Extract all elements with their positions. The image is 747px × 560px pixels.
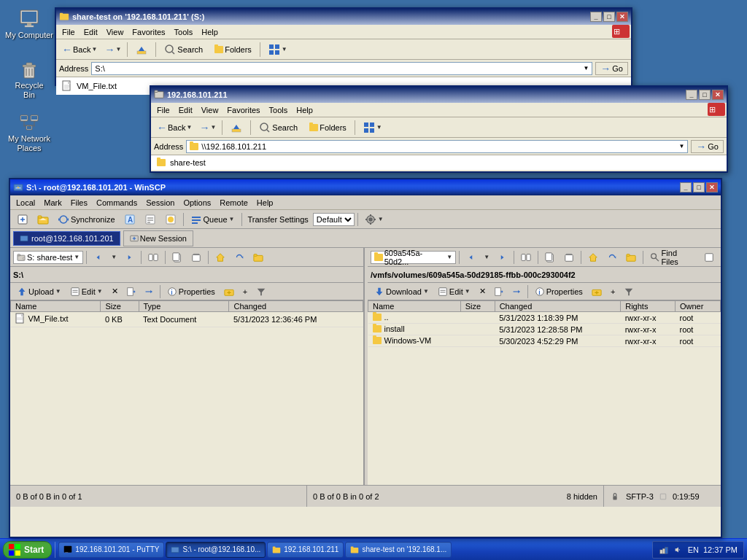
local-new-dir-btn[interactable] xyxy=(220,284,238,299)
local-path-selector[interactable]: S: share-test ▼ xyxy=(13,251,83,264)
session-tab[interactable]: root@192.168.101.201 xyxy=(13,231,120,246)
explorer-2-titlebar[interactable]: 192.168.101.211 _ □ ✕ xyxy=(151,87,727,103)
local-compare-btn[interactable] xyxy=(144,250,162,265)
desktop-icon-my-computer[interactable]: My Computer xyxy=(4,7,55,40)
open-button[interactable] xyxy=(34,212,53,227)
remote-col-rights[interactable]: Rights xyxy=(621,301,676,312)
local-copy-btn[interactable] xyxy=(169,250,186,265)
winscp-close[interactable]: ✕ xyxy=(706,182,718,192)
winscp-menu-remote[interactable]: Remote xyxy=(215,197,252,209)
winscp-menu-options[interactable]: Options xyxy=(179,197,215,209)
back-button[interactable]: ← Back ▼ xyxy=(59,42,100,58)
remote-paste-btn[interactable] xyxy=(560,250,578,265)
menu2-favorites[interactable]: Favorites xyxy=(222,104,264,116)
minimize-button-2[interactable]: _ xyxy=(686,90,697,100)
synchronize-button[interactable]: Synchronize xyxy=(54,212,119,227)
winscp-menu-files[interactable]: Files xyxy=(66,197,92,209)
start-button[interactable]: Start xyxy=(3,541,52,559)
go-button-2[interactable]: → Go xyxy=(691,140,724,153)
local-add-btn[interactable]: + xyxy=(239,284,251,299)
views-button-2[interactable]: ▼ xyxy=(358,120,387,136)
download-button[interactable]: Download ▼ xyxy=(371,284,433,299)
winscp-menu-session[interactable]: Session xyxy=(142,197,179,209)
menu-favorites[interactable]: Favorites xyxy=(128,26,169,38)
remote-col-name[interactable]: Name xyxy=(368,301,461,312)
close-button-2[interactable]: ✕ xyxy=(712,90,724,100)
remote-col-size[interactable]: Size xyxy=(460,301,495,312)
remote-extra-btn[interactable] xyxy=(700,250,718,265)
remote-file-row-1[interactable]: install 5/31/2023 12:28:58 PM rwxr-xr-x … xyxy=(368,324,721,335)
local-col-type[interactable]: Type xyxy=(139,301,229,312)
menu-edit[interactable]: Edit xyxy=(80,26,102,38)
remote-col-owner[interactable]: Owner xyxy=(675,301,720,312)
address-input-1[interactable]: S:\ ▼ xyxy=(91,62,592,75)
maximize-button-2[interactable]: □ xyxy=(699,90,711,100)
winscp-titlebar[interactable]: S:\ - root@192.168.101.201 - WinSCP _ □ … xyxy=(10,179,721,195)
remote-add-btn[interactable]: + xyxy=(607,284,619,299)
local-properties-button[interactable]: i Properties xyxy=(163,284,219,299)
local-dropdown-btn[interactable]: ▼ xyxy=(107,250,120,265)
transfer-settings-select[interactable]: Default xyxy=(313,213,355,226)
local-move-btn[interactable] xyxy=(141,284,157,299)
taskbar-putty[interactable]: _ 192.168.101.201 - PuTTY xyxy=(58,542,164,558)
taskbar-sharetest[interactable]: share-test on '192.168.1... xyxy=(345,542,452,558)
share-test-item[interactable]: share-test xyxy=(157,158,721,167)
remote-new-dir-btn[interactable] xyxy=(588,284,605,299)
back-button-2[interactable]: ← Back ▼ xyxy=(154,120,195,136)
local-paste-btn[interactable] xyxy=(187,250,205,265)
remote-delete-button[interactable]: ✕ xyxy=(476,284,489,299)
menu2-view[interactable]: View xyxy=(197,104,223,116)
winscp-maximize[interactable]: □ xyxy=(693,182,705,192)
remote-file-row-0[interactable]: .. 5/31/2023 1:18:39 PM rwxr-xr-x root xyxy=(368,312,721,324)
icon-a-button[interactable]: A xyxy=(120,212,139,227)
local-home-btn[interactable] xyxy=(212,250,229,265)
local-new-folder-btn[interactable] xyxy=(249,250,267,265)
local-filter-btn[interactable] xyxy=(252,284,270,299)
remote-compare-btn[interactable] xyxy=(517,250,535,265)
menu-help[interactable]: Help xyxy=(197,26,222,38)
local-nav-right[interactable] xyxy=(122,250,138,265)
local-col-name[interactable]: Name xyxy=(11,301,101,312)
search-button[interactable]: Search xyxy=(159,42,208,58)
minimize-button[interactable]: _ xyxy=(590,12,602,22)
settings-button[interactable]: ▼ xyxy=(361,212,387,227)
close-button[interactable]: ✕ xyxy=(616,12,628,22)
maximize-button[interactable]: □ xyxy=(603,12,615,22)
up-button-2[interactable] xyxy=(225,120,247,136)
local-file-row[interactable]: VM_File.txt 0 KB Text Document 5/31/2023… xyxy=(11,312,363,327)
remote-copy-to-btn[interactable] xyxy=(491,284,507,299)
icon-c-button[interactable] xyxy=(161,212,180,227)
remote-path-selector[interactable]: 609a545a-50d2... ▼ xyxy=(371,251,456,264)
remote-dropdown-btn[interactable]: ▼ xyxy=(480,250,493,265)
folders-button-2[interactable]: Folders xyxy=(304,120,352,136)
language-indicator[interactable]: EN xyxy=(688,545,699,554)
desktop-icon-recycle-bin[interactable]: RecycleBin xyxy=(4,58,55,100)
remote-copy-btn[interactable] xyxy=(541,250,559,265)
menu2-tools[interactable]: Tools xyxy=(265,104,293,116)
remote-home-btn[interactable] xyxy=(584,250,602,265)
up-button[interactable] xyxy=(131,42,152,58)
queue-button[interactable]: Queue ▼ xyxy=(187,212,239,227)
winscp-menu-commands[interactable]: Commands xyxy=(92,197,142,209)
taskbar-explorer211[interactable]: 192.168.101.211 xyxy=(267,542,344,558)
local-delete-button[interactable]: ✕ xyxy=(108,284,122,299)
find-files-button[interactable]: Find Files xyxy=(646,250,699,265)
taskbar-winscp[interactable]: S:\ - root@192.168.10... xyxy=(166,542,266,558)
upload-button[interactable]: Upload ▼ xyxy=(13,284,65,299)
remote-refresh-btn[interactable] xyxy=(603,250,621,265)
local-nav-left[interactable] xyxy=(90,250,106,265)
menu2-edit[interactable]: Edit xyxy=(174,104,197,116)
desktop-icon-my-network[interactable]: My NetworkPlaces xyxy=(4,111,55,153)
forward-button-2[interactable]: → ▼ xyxy=(196,120,219,136)
go-button-1[interactable]: → Go xyxy=(595,62,628,75)
search-button-2[interactable]: Search xyxy=(254,120,303,136)
remote-filter-btn[interactable] xyxy=(620,284,638,299)
winscp-minimize[interactable]: _ xyxy=(680,182,692,192)
local-col-changed[interactable]: Changed xyxy=(229,301,363,312)
forward-button[interactable]: → ▼ xyxy=(101,42,124,58)
winscp-menu-mark[interactable]: Mark xyxy=(39,197,66,209)
menu-view[interactable]: View xyxy=(102,26,128,38)
menu-tools[interactable]: Tools xyxy=(170,26,198,38)
menu2-help[interactable]: Help xyxy=(292,104,317,116)
explorer-1-titlebar[interactable]: share-test on '192.168.101.211' (S:) _ □… xyxy=(56,9,631,25)
